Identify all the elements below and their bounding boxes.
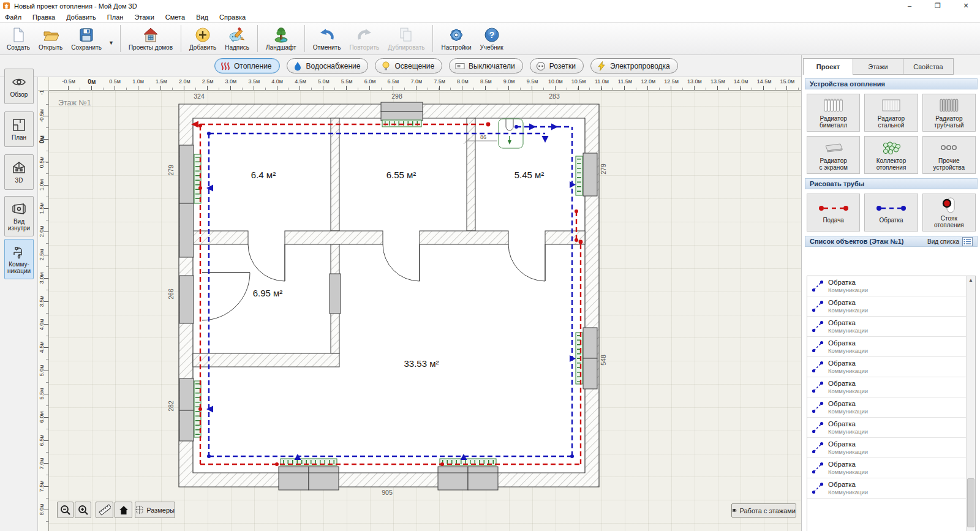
device-other[interactable]: Прочие устройства: [922, 136, 976, 174]
ruler-h-label: 4.5м: [295, 78, 306, 85]
tab-floors[interactable]: Этажи: [853, 58, 903, 75]
menu-plan[interactable]: План: [107, 13, 124, 21]
device-radiator-bimetal[interactable]: Радиатор биметалл: [807, 94, 860, 132]
restore-button[interactable]: ❐: [924, 0, 952, 12]
zoom-in-button[interactable]: [75, 502, 91, 518]
svg-text:324: 324: [194, 92, 205, 100]
object-list-item[interactable]: Обратка Коммуникации: [807, 458, 975, 478]
tab-heating[interactable]: Отопление: [214, 58, 280, 73]
object-list-item[interactable]: Обратка Коммуникации: [807, 478, 975, 499]
supply-pipe-icon: [816, 201, 851, 215]
menu-help[interactable]: Справка: [219, 13, 246, 21]
tab-water[interactable]: Водоснабжение: [287, 58, 369, 73]
list-view-icon[interactable]: [962, 237, 973, 246]
scroll-up-arrow[interactable]: ▲: [967, 276, 975, 285]
home-icon: [118, 505, 129, 516]
floor-plan[interactable]: Этаж №1: [49, 91, 801, 531]
radiator-bimetal-icon: [822, 97, 845, 113]
label-button[interactable]: Надпись: [221, 23, 254, 54]
tab-sockets[interactable]: Розетки: [530, 58, 584, 73]
work-with-floors-button[interactable]: Работа с этажами: [731, 503, 796, 518]
tab-lighting[interactable]: Освещение: [375, 58, 442, 73]
layers-icon: [732, 507, 737, 515]
sidebar-item-interior-view[interactable]: Вид изнутри: [4, 196, 34, 236]
minimize-button[interactable]: –: [895, 0, 924, 12]
object-list-item[interactable]: Обратка Коммуникации: [807, 337, 975, 357]
annotation-pencil-icon: [229, 27, 245, 43]
ruler-h-label: 9.5м: [527, 78, 538, 85]
radiator-tubular-icon: [937, 97, 960, 113]
device-radiator-steel[interactable]: Радиатор стальной: [864, 94, 918, 132]
menu-floors[interactable]: Этажи: [134, 13, 154, 21]
device-collector[interactable]: Коллектор отопления: [864, 136, 918, 174]
tab-wiring[interactable]: Электропроводка: [590, 58, 678, 73]
new-document-icon: [10, 27, 26, 43]
save-dropdown-arrow[interactable]: ▼: [106, 40, 116, 46]
room-area: 6.55 м²: [386, 170, 417, 180]
device-radiator-screen[interactable]: Радиатор с экраном: [807, 136, 860, 174]
object-list-item[interactable]: Обратка Коммуникации: [807, 296, 975, 317]
interior-view-icon: [12, 201, 26, 216]
scroll-down-arrow[interactable]: ▼: [967, 529, 975, 531]
object-list-item[interactable]: Обратка Коммуникации: [807, 357, 975, 377]
undo-button[interactable]: Отменить: [309, 23, 345, 54]
zoom-in-icon: [78, 505, 89, 516]
device-radiator-tubular[interactable]: Радиатор трубчатый: [922, 94, 976, 132]
ruler-h-label: 7.5м: [434, 78, 445, 85]
ruler-h-label: 14.0м: [734, 78, 748, 85]
object-list-item[interactable]: Обратка Коммуникации: [807, 276, 975, 296]
ruler-h-label: 5.5м: [341, 78, 353, 85]
ruler-horizontal: -0.5м0м0.5м1.0м1.5м2.0м2.5м3.0м3.5м4.0м4…: [49, 77, 801, 91]
panel-tabs: Проект Этажи Свойства: [803, 58, 954, 75]
object-subtitle: Коммуникации: [828, 428, 868, 435]
ruler-h-label: 8.0м: [457, 78, 469, 85]
measure-button[interactable]: [96, 502, 113, 518]
object-list-scrollbar[interactable]: ▲ ▼: [966, 276, 975, 531]
save-button[interactable]: Сохранить: [67, 23, 106, 54]
ruler-v-label: 3.5м: [39, 293, 45, 310]
object-list-item[interactable]: Обратка Коммуникации: [807, 397, 975, 418]
object-list-item[interactable]: Обратка Коммуникации: [807, 377, 975, 397]
add-plus-icon: [195, 27, 211, 43]
ruler-h-label: 11.0м: [595, 78, 609, 85]
landscape-button[interactable]: Ландшафт: [262, 23, 301, 54]
dimensions-button[interactable]: Размеры: [135, 502, 175, 518]
zoom-out-button[interactable]: [57, 502, 74, 518]
ruler-h-label: 4.0м: [271, 78, 283, 85]
new-button[interactable]: Создать: [2, 23, 34, 54]
tutorial-button[interactable]: ? Учебник: [476, 23, 508, 54]
sidebar-item-3d[interactable]: 3D: [4, 154, 34, 190]
scroll-thumb[interactable]: [967, 478, 974, 527]
add-button[interactable]: Добавить: [185, 23, 221, 54]
object-list-item[interactable]: Обратка Коммуникации: [807, 317, 975, 337]
object-title: Обратка: [828, 461, 868, 469]
menu-view[interactable]: Вид: [196, 13, 208, 21]
home-button[interactable]: [115, 502, 132, 518]
tab-switches[interactable]: Выключатели: [449, 58, 523, 73]
view-list-label: Вид списка: [927, 238, 959, 245]
object-list[interactable]: Обратка Коммуникации Обратка Коммуникаци…: [807, 276, 976, 531]
pipe-supply-button[interactable]: Подача: [807, 194, 860, 232]
open-button[interactable]: Открыть: [34, 23, 67, 54]
tab-properties[interactable]: Свойства: [903, 58, 954, 75]
close-button[interactable]: ✕: [952, 0, 980, 12]
menu-edit[interactable]: Правка: [32, 13, 55, 21]
object-title: Обратка: [828, 420, 868, 428]
sidebar-item-plan[interactable]: План: [4, 111, 34, 147]
pipe-riser-button[interactable]: Стояк отопления: [922, 194, 976, 232]
menu-add[interactable]: Добавить: [66, 13, 96, 21]
object-list-item[interactable]: Обратка Коммуникации: [807, 418, 975, 438]
house-projects-button[interactable]: Проекты домов: [124, 23, 177, 54]
svg-text:548: 548: [600, 355, 607, 366]
tab-project[interactable]: Проект: [803, 58, 853, 75]
toolbar-separator: [257, 25, 258, 52]
sidebar-item-communications[interactable]: Комму- никации: [4, 239, 34, 279]
sidebar-item-overview[interactable]: Обзор: [4, 69, 34, 104]
settings-button[interactable]: Настройки: [437, 23, 475, 54]
ruler-v-label: 1.5м: [39, 200, 45, 217]
menu-estimate[interactable]: Смета: [165, 13, 185, 21]
return-pipe-item-icon: [811, 360, 824, 374]
pipe-return-button[interactable]: Обратка: [864, 194, 918, 232]
object-list-item[interactable]: Обратка Коммуникации: [807, 438, 975, 458]
menu-file[interactable]: Файл: [5, 13, 21, 21]
